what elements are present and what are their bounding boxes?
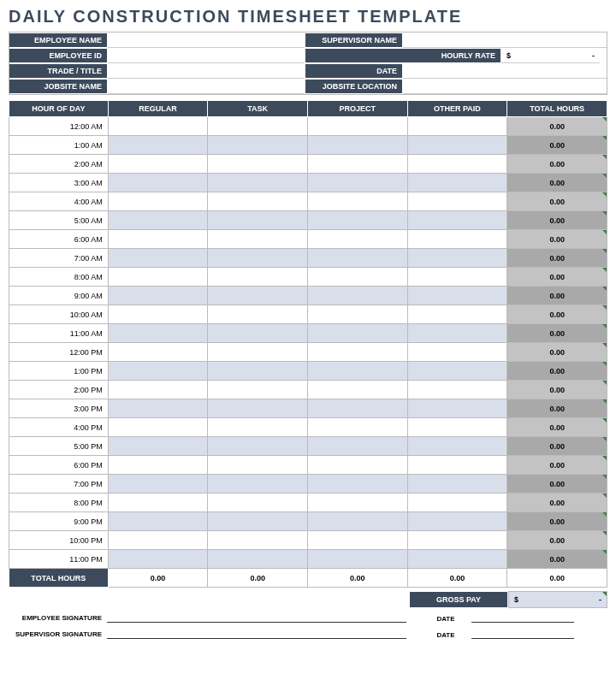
- regular-cell[interactable]: [108, 494, 208, 512]
- regular-cell[interactable]: [108, 117, 208, 136]
- other-cell[interactable]: [407, 155, 507, 174]
- project-cell[interactable]: [307, 324, 407, 343]
- project-cell[interactable]: [307, 437, 407, 456]
- employee-signature-line[interactable]: [107, 622, 406, 623]
- other-cell[interactable]: [407, 249, 507, 268]
- task-cell[interactable]: [208, 362, 308, 381]
- task-cell[interactable]: [208, 531, 308, 550]
- task-cell[interactable]: [208, 117, 308, 136]
- task-cell[interactable]: [208, 305, 308, 324]
- task-cell[interactable]: [208, 512, 308, 531]
- employee-signature-date-line[interactable]: [471, 622, 574, 623]
- task-cell[interactable]: [208, 174, 308, 192]
- regular-cell[interactable]: [108, 324, 208, 343]
- regular-cell[interactable]: [108, 249, 208, 268]
- other-cell[interactable]: [407, 117, 507, 136]
- project-cell[interactable]: [307, 343, 407, 362]
- other-cell[interactable]: [407, 343, 507, 362]
- regular-cell[interactable]: [108, 230, 208, 249]
- other-cell[interactable]: [407, 287, 507, 305]
- jobsite-location-field[interactable]: [403, 79, 607, 94]
- regular-cell[interactable]: [108, 155, 208, 174]
- supervisor-signature-line[interactable]: [107, 638, 406, 639]
- task-cell[interactable]: [208, 230, 308, 249]
- task-cell[interactable]: [208, 475, 308, 494]
- employee-name-field[interactable]: [108, 33, 305, 48]
- regular-cell[interactable]: [108, 136, 208, 155]
- jobsite-name-field[interactable]: [108, 79, 305, 94]
- task-cell[interactable]: [208, 211, 308, 230]
- task-cell[interactable]: [208, 381, 308, 399]
- task-cell[interactable]: [208, 343, 308, 362]
- other-cell[interactable]: [407, 550, 507, 569]
- task-cell[interactable]: [208, 437, 308, 456]
- project-cell[interactable]: [307, 211, 407, 230]
- supervisor-name-field[interactable]: [403, 33, 607, 48]
- task-cell[interactable]: [208, 249, 308, 268]
- task-cell[interactable]: [208, 136, 308, 155]
- other-cell[interactable]: [407, 362, 507, 381]
- project-cell[interactable]: [307, 287, 407, 305]
- other-cell[interactable]: [407, 381, 507, 399]
- trade-title-field[interactable]: [108, 63, 305, 79]
- task-cell[interactable]: [208, 268, 308, 287]
- regular-cell[interactable]: [108, 381, 208, 399]
- regular-cell[interactable]: [108, 211, 208, 230]
- task-cell[interactable]: [208, 550, 308, 569]
- project-cell[interactable]: [307, 155, 407, 174]
- task-cell[interactable]: [208, 418, 308, 437]
- other-cell[interactable]: [407, 211, 507, 230]
- project-cell[interactable]: [307, 268, 407, 287]
- project-cell[interactable]: [307, 475, 407, 494]
- other-cell[interactable]: [407, 512, 507, 531]
- regular-cell[interactable]: [108, 343, 208, 362]
- project-cell[interactable]: [307, 399, 407, 418]
- project-cell[interactable]: [307, 117, 407, 136]
- regular-cell[interactable]: [108, 362, 208, 381]
- other-cell[interactable]: [407, 531, 507, 550]
- task-cell[interactable]: [208, 287, 308, 305]
- other-cell[interactable]: [407, 305, 507, 324]
- regular-cell[interactable]: [108, 418, 208, 437]
- other-cell[interactable]: [407, 192, 507, 211]
- other-cell[interactable]: [407, 494, 507, 512]
- other-cell[interactable]: [407, 268, 507, 287]
- other-cell[interactable]: [407, 475, 507, 494]
- other-cell[interactable]: [407, 418, 507, 437]
- task-cell[interactable]: [208, 456, 308, 475]
- other-cell[interactable]: [407, 174, 507, 192]
- other-cell[interactable]: [407, 456, 507, 475]
- other-cell[interactable]: [407, 437, 507, 456]
- employee-id-field[interactable]: [108, 48, 305, 63]
- regular-cell[interactable]: [108, 550, 208, 569]
- task-cell[interactable]: [208, 155, 308, 174]
- regular-cell[interactable]: [108, 531, 208, 550]
- regular-cell[interactable]: [108, 268, 208, 287]
- regular-cell[interactable]: [108, 456, 208, 475]
- project-cell[interactable]: [307, 305, 407, 324]
- regular-cell[interactable]: [108, 192, 208, 211]
- date-field[interactable]: [403, 63, 607, 79]
- task-cell[interactable]: [208, 324, 308, 343]
- regular-cell[interactable]: [108, 512, 208, 531]
- project-cell[interactable]: [307, 418, 407, 437]
- project-cell[interactable]: [307, 456, 407, 475]
- supervisor-signature-date-line[interactable]: [471, 638, 574, 639]
- project-cell[interactable]: [307, 230, 407, 249]
- project-cell[interactable]: [307, 192, 407, 211]
- other-cell[interactable]: [407, 324, 507, 343]
- hourly-rate-field[interactable]: $ -: [501, 48, 600, 63]
- project-cell[interactable]: [307, 174, 407, 192]
- project-cell[interactable]: [307, 381, 407, 399]
- regular-cell[interactable]: [108, 305, 208, 324]
- project-cell[interactable]: [307, 550, 407, 569]
- task-cell[interactable]: [208, 192, 308, 211]
- regular-cell[interactable]: [108, 437, 208, 456]
- other-cell[interactable]: [407, 136, 507, 155]
- project-cell[interactable]: [307, 136, 407, 155]
- regular-cell[interactable]: [108, 399, 208, 418]
- task-cell[interactable]: [208, 494, 308, 512]
- regular-cell[interactable]: [108, 287, 208, 305]
- regular-cell[interactable]: [108, 174, 208, 192]
- project-cell[interactable]: [307, 512, 407, 531]
